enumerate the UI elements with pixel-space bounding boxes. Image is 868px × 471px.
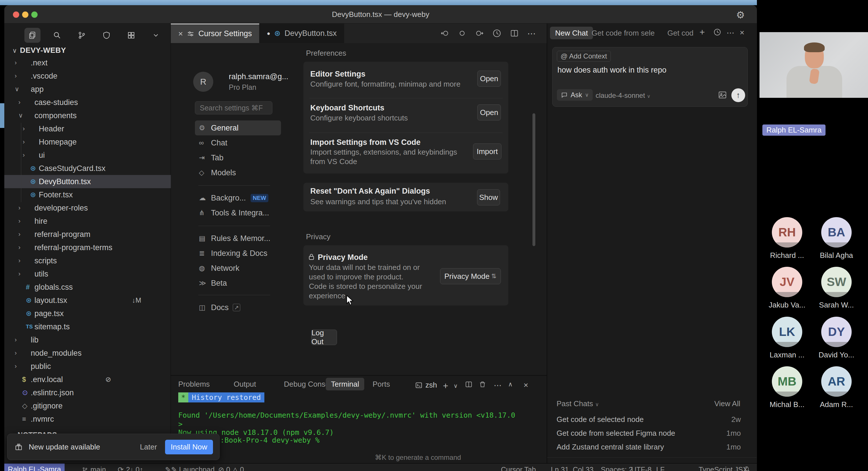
settings-nav-item[interactable]: ≫ Beta: [195, 276, 281, 291]
tree-row[interactable]: # globals.css: [4, 280, 171, 294]
privacy-mode-select[interactable]: Privacy Mode ⇅: [440, 268, 501, 284]
tree-row[interactable]: › hire: [4, 214, 171, 228]
split-editor-icon[interactable]: [510, 29, 519, 38]
send-button[interactable]: ↑: [732, 88, 745, 102]
launchpad-item[interactable]: ✎✎ Launchpad: [165, 466, 215, 471]
tab-terminal[interactable]: Terminal: [326, 378, 364, 391]
files-icon[interactable]: [24, 28, 40, 43]
tab-new-chat[interactable]: New Chat: [550, 27, 593, 39]
status-right-item[interactable]: Spaces: 2: [601, 466, 632, 471]
tree-row[interactable]: ⊛ Footer.tsx: [4, 188, 171, 201]
tree-row[interactable]: ∨ app: [4, 82, 171, 96]
explorer-root[interactable]: ∨DEVY-WEBY: [12, 46, 66, 55]
sidebar-item-docs[interactable]: ◫ Docs ↗: [195, 300, 281, 315]
bell-icon[interactable]: [743, 466, 750, 471]
keyboard-shortcuts-open-button[interactable]: Open: [477, 104, 501, 121]
settings-nav-item[interactable]: ∞ Chat: [195, 135, 281, 150]
tree-row[interactable]: ≡ .nvmrc: [4, 412, 171, 426]
tree-row[interactable]: › node_modules: [4, 346, 171, 360]
status-right-item[interactable]: LF: [656, 466, 664, 471]
past-chats-header[interactable]: Past Chats ∨: [557, 399, 599, 408]
tree-row[interactable]: › utils: [4, 267, 171, 280]
chat-message-input[interactable]: how does auth work in this repo: [557, 66, 666, 75]
settings-nav-item[interactable]: ⚙ General: [195, 121, 281, 135]
more-icon[interactable]: ⋯: [494, 381, 502, 390]
status-right-item[interactable]: TypeScript JSX: [699, 466, 748, 471]
participant[interactable]: BA Bilal Agha: [811, 217, 861, 260]
tree-row[interactable]: › referral-program: [4, 228, 171, 241]
editor-settings-open-button[interactable]: Open: [477, 71, 501, 87]
view-all-link[interactable]: View All: [714, 399, 740, 408]
tree-row[interactable]: $ .env.local ⊘: [4, 373, 171, 386]
ask-mode-dropdown[interactable]: Ask ∨: [557, 89, 593, 101]
install-now-button[interactable]: Install Now: [165, 440, 213, 455]
nav-forward-icon[interactable]: [475, 29, 484, 38]
source-control-icon[interactable]: [74, 28, 90, 43]
tree-row[interactable]: ⊛ page.tsx: [4, 307, 171, 320]
tree-row[interactable]: ◇ .gitignore: [4, 399, 171, 412]
tree-row[interactable]: › Header: [4, 122, 171, 135]
search-settings-input[interactable]: Search settings ⌘F: [195, 101, 272, 114]
tree-row[interactable]: › Homepage: [4, 135, 171, 148]
settings-nav-item[interactable]: ☁ Backgro... NEW: [195, 191, 281, 205]
participant[interactable]: AR Adam R...: [811, 366, 861, 409]
tree-row[interactable]: ⊛ DevyButton.tsx: [4, 175, 171, 188]
settings-nav-item[interactable]: ≣ Indexing & Docs: [195, 246, 281, 261]
log-out-button[interactable]: Log Out: [311, 330, 337, 345]
participant[interactable]: SW Sarah W...: [811, 267, 861, 309]
trash-icon[interactable]: [479, 381, 486, 388]
tree-row[interactable]: › lib: [4, 333, 171, 346]
later-button[interactable]: Later: [140, 443, 157, 451]
past-chat-item[interactable]: Add Zustand central state library 1mo: [557, 440, 741, 454]
tree-row[interactable]: › case-studies: [4, 96, 171, 109]
tree-row[interactable]: › .vscode: [4, 69, 171, 82]
sync-item[interactable]: ⟳ 2↓ 0↑: [118, 466, 143, 471]
past-chat-item[interactable]: Get code of selected node 2w: [557, 412, 741, 426]
tab-problems[interactable]: Problems: [178, 375, 210, 393]
chevron-down-icon[interactable]: [148, 28, 164, 43]
problems-item[interactable]: ⊘ 0 △ 0: [218, 466, 244, 471]
tree-row[interactable]: › ui: [4, 148, 171, 162]
scrollbar[interactable]: [532, 113, 535, 246]
new-tab-icon[interactable]: +: [700, 27, 705, 38]
extensions-icon[interactable]: [123, 28, 139, 43]
status-user-badge[interactable]: Ralph EL-Samra: [4, 464, 65, 471]
nav-back-icon[interactable]: [441, 29, 449, 38]
settings-nav-item[interactable]: ◇ Models: [195, 165, 281, 180]
image-icon[interactable]: [718, 90, 727, 100]
show-button[interactable]: Show: [477, 189, 500, 205]
tree-row[interactable]: ⊛ layout.tsx ↓M: [4, 294, 171, 307]
tree-row[interactable]: ∨ components: [4, 109, 171, 122]
tab-devybutton[interactable]: ● ⊛ DevyButton.tsx: [259, 24, 344, 43]
tab-cursor-settings[interactable]: × Cursor Settings: [171, 24, 259, 43]
close-panel-icon[interactable]: ×: [524, 381, 528, 390]
gear-icon[interactable]: ⚙: [736, 9, 745, 21]
presenter-webcam[interactable]: [760, 32, 868, 98]
tree-row[interactable]: › .next: [4, 56, 171, 69]
new-terminal-icon[interactable]: +: [443, 381, 448, 391]
settings-nav-item[interactable]: ◍ Network: [195, 261, 281, 276]
history-icon[interactable]: [713, 28, 721, 36]
git-branch-item[interactable]: main: [82, 466, 106, 471]
search-icon[interactable]: [49, 28, 65, 43]
add-context-chip[interactable]: @ Add Context: [557, 51, 611, 62]
chevron-up-icon[interactable]: ∧: [508, 381, 513, 388]
chat-input-card[interactable]: @ Add Context how does auth work in this…: [552, 47, 748, 107]
tab-ports[interactable]: Ports: [373, 375, 390, 393]
more-actions-icon[interactable]: ⋯: [527, 28, 536, 38]
settings-nav-item[interactable]: ▤ Rules & Memor...: [195, 231, 281, 246]
participant[interactable]: DY David Yo...: [811, 317, 861, 360]
tree-row[interactable]: ⊛ CaseStudyCard.tsx: [4, 162, 171, 175]
past-chat-item[interactable]: Get code from selected Figma node 1mo: [557, 426, 741, 440]
tab-get-code-selection[interactable]: Get code from sele: [592, 27, 656, 39]
tree-row[interactable]: › referral-program-terms: [4, 241, 171, 254]
participant[interactable]: JV Jakub Va...: [762, 267, 812, 309]
settings-nav-item[interactable]: ⇥ Tab: [195, 150, 281, 165]
import-button[interactable]: Import: [473, 143, 501, 160]
close-icon[interactable]: ×: [178, 29, 183, 38]
chevron-down-icon[interactable]: ∨: [454, 382, 458, 389]
tree-row[interactable]: TS sitemap.ts: [4, 320, 171, 333]
status-right-item[interactable]: Ln 31, Col 33: [551, 466, 594, 471]
tree-row[interactable]: ⊙ .eslintrc.json: [4, 386, 171, 399]
model-dropdown[interactable]: claude-4-sonnet ∨: [596, 92, 650, 100]
